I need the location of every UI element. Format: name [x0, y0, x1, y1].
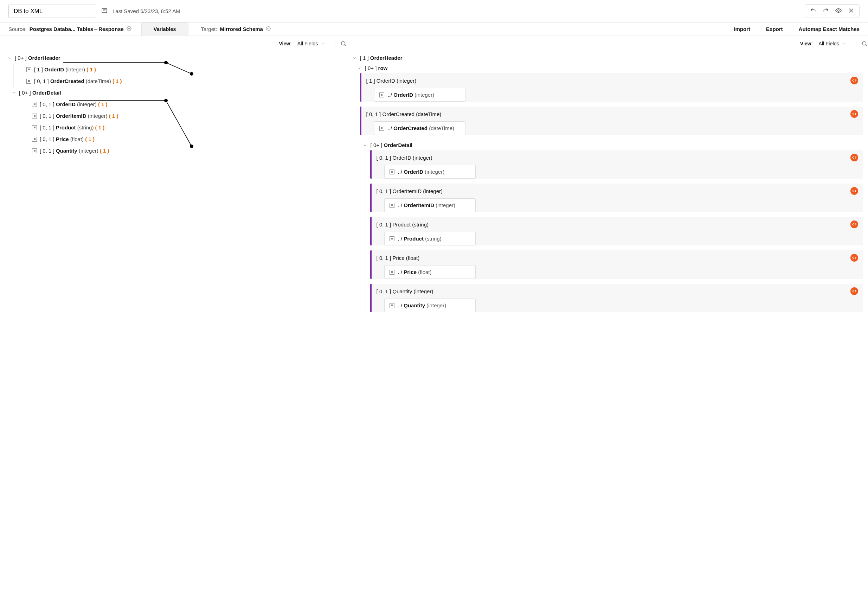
chevron-down-icon — [352, 56, 356, 60]
field-icon — [389, 169, 394, 174]
chevron-down-icon — [843, 42, 846, 45]
field-icon — [32, 125, 37, 130]
tgt-card-detail-orderid[interactable]: [ 0, 1 ] OrderID (integer) ../ OrderID (… — [370, 150, 863, 178]
source-view-value: All Fields — [298, 41, 318, 47]
tgt-card-detail-quantity[interactable]: [ 0, 1 ] Quantity (integer) ../ Quantity… — [370, 284, 863, 312]
notes-icon[interactable] — [101, 8, 108, 15]
tgt-card-detail-orderitemid[interactable]: [ 0, 1 ] OrderItemID (integer) ../ Order… — [370, 183, 863, 212]
target-view-value: All Fields — [818, 41, 839, 47]
target-view-dropdown[interactable]: All Fields — [816, 39, 848, 48]
field-icon — [26, 79, 31, 84]
src-node-detail-price[interactable]: [ 0, 1 ] Price (float) ( 1 ) — [31, 133, 344, 145]
field-icon — [389, 203, 394, 208]
svg-point-7 — [268, 28, 269, 29]
field-name: OrderHeader — [28, 55, 60, 61]
mapping-source-box[interactable]: ../ Price (float) — [384, 265, 476, 279]
source-view-dropdown[interactable]: All Fields — [295, 39, 327, 48]
top-actions — [805, 4, 860, 18]
source-panel: View: All Fields [ 0+ ] OrderHeader [ 1 … — [0, 36, 347, 324]
src-node-ordercreated[interactable]: [ 0, 1 ] OrderCreated (dateTime) ( 1 ) — [25, 75, 344, 87]
src-node-orderid[interactable]: [ 1 ] OrderID (integer) ( 1 ) — [25, 64, 344, 75]
svg-point-18 — [862, 42, 866, 45]
mapping-source-box[interactable]: ../ OrderCreated (dateTime) — [374, 121, 465, 135]
field-icon — [389, 303, 394, 308]
mapping-title-input[interactable] — [8, 5, 96, 18]
tgt-node-row[interactable]: [ 0+ ] row — [351, 63, 863, 73]
svg-point-3 — [838, 10, 840, 12]
mapping-source-box[interactable]: ../ OrderID (integer) — [384, 165, 476, 178]
field-icon — [389, 270, 394, 275]
mapping-source-box[interactable]: ../ OrderItemID (integer) — [384, 199, 476, 212]
panels: View: All Fields [ 0+ ] OrderHeader [ 1 … — [0, 36, 868, 324]
source-view-label: View: — [279, 41, 291, 47]
code-icon[interactable] — [851, 220, 858, 228]
tgt-node-orderdetail[interactable]: [ 0+ ] OrderDetail — [351, 140, 863, 150]
code-icon[interactable] — [851, 77, 858, 84]
close-icon[interactable] — [848, 8, 854, 15]
src-node-detail-orderid[interactable]: [ 0, 1 ] OrderID (integer) ( 1 ) — [31, 98, 344, 110]
code-icon[interactable] — [851, 254, 858, 262]
mapping-source-box[interactable]: ../ OrderID (integer) — [374, 88, 465, 102]
field-icon — [379, 93, 384, 98]
chevron-down-icon — [322, 42, 325, 45]
target-tree: [ 1 ] OrderHeader [ 0+ ] row [ 1 ] Order… — [347, 50, 868, 324]
secondary-toolbar: Source: Postgres Databa... Tables→Respon… — [0, 23, 868, 36]
chevron-down-icon — [357, 66, 361, 70]
field-icon — [32, 148, 37, 153]
tgt-card-ordercreated[interactable]: [ 0, 1 ] OrderCreated (dateTime) ../ Ord… — [360, 107, 863, 135]
search-icon[interactable] — [335, 40, 341, 47]
preview-icon[interactable] — [835, 8, 842, 15]
code-icon[interactable] — [851, 154, 858, 161]
target-value[interactable]: Mirrored Schema — [220, 26, 263, 32]
tgt-card-detail-price[interactable]: [ 0, 1 ] Price (float) ../ Price (float) — [370, 250, 863, 279]
svg-line-17 — [344, 45, 346, 46]
source-label: Source: — [8, 26, 27, 32]
tgt-card-orderid[interactable]: [ 1 ] OrderID (integer) ../ OrderID (int… — [360, 73, 863, 102]
last-saved-text: Last Saved 6/23/23, 8:52 AM — [113, 8, 180, 14]
field-icon — [32, 137, 37, 142]
src-node-orderheader[interactable]: [ 0+ ] OrderHeader — [6, 52, 344, 64]
top-bar: Last Saved 6/23/23, 8:52 AM — [0, 0, 868, 23]
gear-icon[interactable] — [127, 26, 132, 32]
redo-icon[interactable] — [823, 8, 829, 15]
src-node-orderdetail[interactable]: [ 0+ ] OrderDetail — [6, 87, 344, 98]
svg-point-16 — [341, 42, 345, 45]
field-icon — [26, 67, 31, 72]
chevron-down-icon — [12, 91, 16, 95]
tgt-node-orderheader[interactable]: [ 1 ] OrderHeader — [351, 53, 863, 63]
code-icon[interactable] — [851, 287, 858, 295]
target-label: Target: — [201, 26, 217, 32]
gear-icon[interactable] — [266, 26, 271, 32]
field-icon — [379, 126, 384, 131]
mapping-source-box[interactable]: ../ Quantity (integer) — [384, 299, 476, 312]
svg-point-6 — [128, 28, 130, 29]
toolbar-right-actions: Import Export Automap Exact Matches — [734, 25, 868, 33]
import-button[interactable]: Import — [734, 26, 750, 32]
chevron-down-icon — [8, 56, 12, 60]
src-node-detail-orderitemid[interactable]: [ 0, 1 ] OrderItemID (integer) ( 1 ) — [31, 110, 344, 122]
src-node-detail-quantity[interactable]: [ 0, 1 ] Quantity (integer) ( 1 ) — [31, 145, 344, 157]
target-panel: View: All Fields [ 1 ] OrderHeader [ 0+ … — [347, 36, 868, 324]
source-header: Source: Postgres Databa... Tables→Respon… — [0, 23, 140, 36]
automap-button[interactable]: Automap Exact Matches — [799, 26, 860, 32]
src-node-detail-product[interactable]: [ 0, 1 ] Product (string) ( 1 ) — [31, 122, 344, 133]
svg-line-19 — [865, 45, 866, 46]
target-header: Target: Mirrored Schema — [188, 23, 734, 36]
field-icon — [389, 236, 394, 241]
cardinality: [ 0+ ] — [15, 55, 27, 61]
tab-variables[interactable]: Variables — [141, 23, 188, 36]
field-icon — [32, 113, 37, 118]
source-tree: [ 0+ ] OrderHeader [ 1 ] OrderID (intege… — [0, 50, 347, 163]
mapping-source-box[interactable]: ../ Product (string) — [384, 232, 476, 245]
code-icon[interactable] — [851, 187, 858, 195]
export-button[interactable]: Export — [766, 26, 783, 32]
tgt-card-detail-product[interactable]: [ 0, 1 ] Product (string) ../ Product (s… — [370, 217, 863, 245]
undo-icon[interactable] — [810, 8, 816, 15]
field-icon — [32, 102, 37, 107]
code-icon[interactable] — [851, 110, 858, 118]
source-value[interactable]: Postgres Databa... Tables→Response — [29, 26, 124, 32]
chevron-down-icon — [363, 143, 367, 147]
target-view-label: View: — [800, 41, 813, 47]
search-icon[interactable] — [856, 40, 862, 47]
